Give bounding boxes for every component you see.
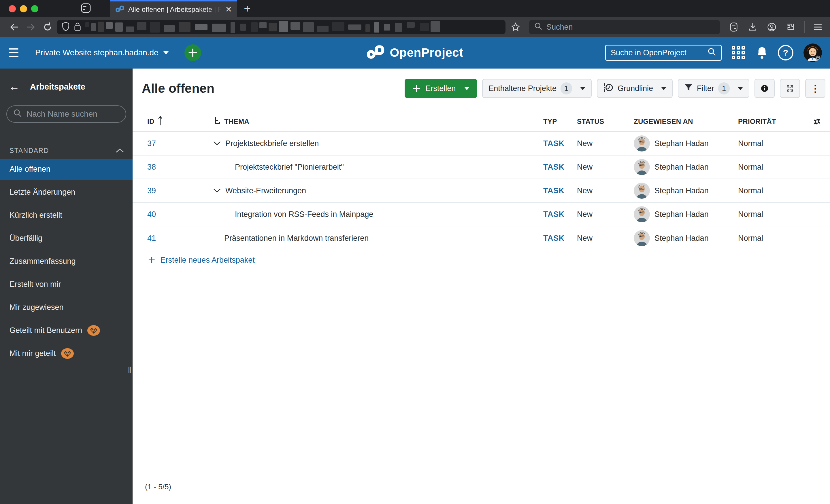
tab-manager-icon[interactable] <box>726 20 742 35</box>
table-settings-gear-icon[interactable] <box>804 117 830 126</box>
column-header-assignee[interactable]: ZUGEWIESEN AN <box>627 117 731 126</box>
main-menu-toggle-icon[interactable] <box>9 45 25 61</box>
status-cell: New <box>570 234 627 243</box>
sidebar-item-mir-zugewiesen[interactable]: Mir zugewiesen <box>0 297 133 318</box>
included-projects-count-badge: 1 <box>561 82 572 95</box>
table-row[interactable]: 41 Präsentationen in Markdown transferie… <box>133 226 830 250</box>
back-icon[interactable] <box>7 20 21 35</box>
sidebar-resize-handle[interactable]: ‖ <box>128 365 132 375</box>
app-menu-icon[interactable] <box>810 20 826 35</box>
browser-search-field[interactable]: Suchen <box>529 20 720 34</box>
forward-icon[interactable] <box>24 20 38 35</box>
column-header-id[interactable]: ID <box>133 115 196 128</box>
assignee-avatar <box>634 159 650 175</box>
assignee-avatar <box>634 182 650 199</box>
url-bar[interactable] <box>57 20 506 34</box>
minimize-window-button[interactable] <box>20 5 27 12</box>
enterprise-diamond-icon <box>87 325 100 336</box>
column-header-subject[interactable]: THEMA <box>196 116 536 127</box>
browser-toolbar: Suchen <box>0 17 830 37</box>
search-placeholder: Suchen <box>546 23 573 32</box>
sidebar-item-mit-mir-geteilt[interactable]: Mit mir geteilt <box>0 343 133 364</box>
project-select-dropdown[interactable]: Private Website stephan.hadan.de <box>35 48 169 57</box>
assignee-name[interactable]: Stephan Hadan <box>655 186 709 195</box>
table-header-row: ID THEMA TYP STATUS ZUGEWIESEN AN PRIORI… <box>133 112 830 132</box>
new-tab-button[interactable]: + <box>237 0 257 17</box>
chevron-down-icon <box>163 51 169 55</box>
tracking-protection-shield-icon[interactable] <box>62 22 70 32</box>
type-cell: TASK <box>536 234 570 243</box>
column-header-type[interactable]: TYP <box>536 117 570 126</box>
firefox-sidebar-toggle-button[interactable] <box>76 0 96 17</box>
table-row[interactable]: 39 Website-Erweiterungen TASK New <box>133 179 830 203</box>
back-arrow-icon[interactable]: ← <box>9 81 20 92</box>
hierarchy-icon <box>215 116 221 127</box>
assignee-avatar <box>634 135 650 152</box>
table-row[interactable]: 37 Projektsteckbriefe erstellen TASK New <box>133 132 830 156</box>
priority-cell: Normal <box>731 234 804 243</box>
collapse-chevron-icon[interactable] <box>213 141 221 146</box>
work-package-id-link[interactable]: 39 <box>147 186 156 195</box>
section-label: STANDARD <box>9 147 49 155</box>
lock-icon[interactable] <box>74 22 81 32</box>
global-search-field[interactable]: Suche in OpenProject <box>605 45 722 61</box>
close-window-button[interactable] <box>9 5 16 12</box>
work-package-id-link[interactable]: 41 <box>147 234 156 243</box>
baseline-button[interactable]: Grundlinie <box>597 79 673 98</box>
sidebar-item-alle-offenen[interactable]: Alle offenen <box>0 159 133 180</box>
assignee-name[interactable]: Stephan Hadan <box>655 139 709 148</box>
type-cell: TASK <box>536 186 570 195</box>
info-button[interactable] <box>755 79 775 98</box>
reload-icon[interactable] <box>40 20 55 35</box>
table-row[interactable]: 38 Projektsteckbrief "Pionierarbeit" TAS… <box>133 156 830 179</box>
sidebar-item-kürzlich-erstellt[interactable]: Kürzlich erstellt <box>0 205 133 226</box>
sidebar-item-geteilt-mit-benutzern[interactable]: Geteilt mit Benutzern <box>0 320 133 341</box>
assignee-name[interactable]: Stephan Hadan <box>655 163 709 172</box>
work-package-id-link[interactable]: 40 <box>147 210 156 219</box>
included-projects-button[interactable]: Enthaltene Projekte 1 <box>482 79 592 98</box>
account-icon[interactable] <box>764 20 780 35</box>
sidebar-section-header[interactable]: STANDARD <box>9 147 124 155</box>
user-avatar[interactable] <box>803 43 822 62</box>
table-row[interactable]: 40 Integration von RSS-Feeds in Mainpage… <box>133 203 830 226</box>
assignee-cell: Stephan Hadan <box>627 135 731 152</box>
filter-count-badge: 1 <box>718 82 730 95</box>
column-header-status[interactable]: STATUS <box>570 117 627 126</box>
extensions-puzzle-icon[interactable] <box>783 20 799 35</box>
sidebar-search-input[interactable]: Nach Name suchen <box>6 105 126 123</box>
modules-grid-icon[interactable] <box>729 43 747 62</box>
sidebar-item-erstellt-von-mir[interactable]: Erstellt von mir <box>0 274 133 295</box>
chevron-down-icon <box>580 87 585 90</box>
assignee-name[interactable]: Stephan Hadan <box>655 234 709 243</box>
priority-cell: Normal <box>731 139 804 148</box>
work-package-id-link[interactable]: 37 <box>147 139 156 148</box>
openproject-header: Private Website stephan.hadan.de OpenPro… <box>0 37 830 69</box>
notifications-bell-icon[interactable] <box>753 43 771 62</box>
sidebar-item-zusammenfassung[interactable]: Zusammenfassung <box>0 251 133 272</box>
header-icon-group: ? <box>729 43 822 62</box>
browser-tab[interactable]: Alle offenen | Arbeitspakete | Pri ✕ <box>110 0 237 17</box>
create-button[interactable]: Erstellen <box>405 79 477 98</box>
work-package-id-cell: 39 <box>133 186 196 195</box>
filter-button[interactable]: Filter 1 <box>678 79 749 98</box>
downloads-icon[interactable] <box>745 20 761 35</box>
zoom-window-button[interactable] <box>31 5 38 12</box>
sidebar-item-überfällig[interactable]: Überfällig <box>0 228 133 249</box>
assignee-name[interactable]: Stephan Hadan <box>655 210 709 219</box>
help-icon[interactable]: ? <box>776 43 795 62</box>
collapse-chevron-icon[interactable] <box>213 188 221 193</box>
bookmark-star-icon[interactable] <box>508 20 523 35</box>
tab-close-icon[interactable]: ✕ <box>225 5 232 13</box>
assignee-cell: Stephan Hadan <box>627 182 731 199</box>
fullscreen-button[interactable] <box>780 79 800 98</box>
quick-add-button[interactable] <box>185 44 201 61</box>
openproject-logo[interactable]: OpenProject <box>366 45 463 60</box>
more-options-kebab-button[interactable]: ⋮ <box>805 79 825 98</box>
work-package-id-link[interactable]: 38 <box>147 163 156 172</box>
sidebar-panel-icon <box>81 3 91 14</box>
sidebar-menu: Alle offenen Letzte Änderungen Kürzlich … <box>0 159 133 364</box>
column-header-priority[interactable]: PRIORITÄT <box>731 117 804 126</box>
priority-cell: Normal <box>731 163 804 172</box>
create-work-package-link[interactable]: + Erstelle neues Arbeitspaket <box>148 254 830 266</box>
sidebar-item-letzte-änderungen[interactable]: Letzte Änderungen <box>0 182 133 203</box>
